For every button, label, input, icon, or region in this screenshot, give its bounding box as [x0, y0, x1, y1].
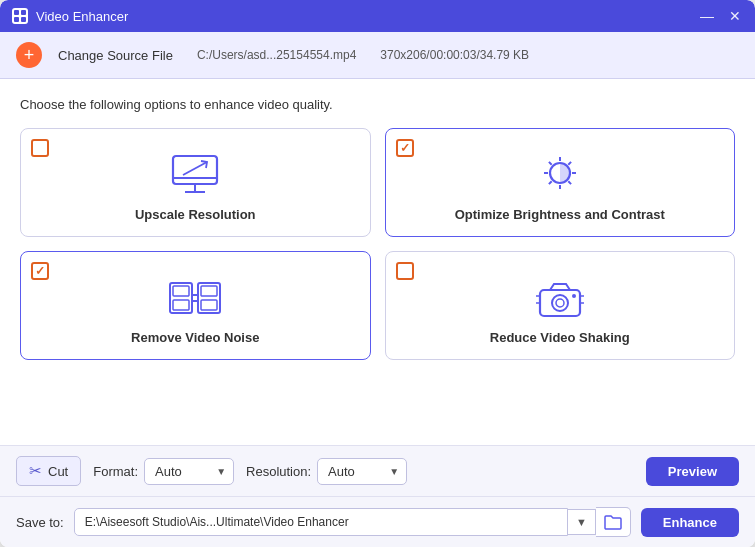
svg-line-15 — [549, 162, 552, 165]
bottom-bar: ✂ Cut Format: Auto ▼ Resolution: Auto ▼ … — [0, 445, 755, 496]
enhance-button[interactable]: Enhance — [641, 508, 739, 537]
title-bar-controls: — ✕ — [699, 8, 743, 24]
svg-rect-4 — [173, 156, 217, 184]
svg-rect-20 — [173, 286, 189, 296]
change-source-label: Change Source File — [58, 48, 173, 63]
svg-point-29 — [556, 299, 564, 307]
format-select-wrapper: Auto ▼ — [144, 458, 234, 485]
brightness-checkbox[interactable] — [396, 139, 414, 157]
brightness-icon — [532, 153, 588, 197]
shaking-checkbox[interactable] — [396, 262, 414, 280]
svg-rect-21 — [173, 300, 189, 310]
svg-rect-23 — [201, 286, 217, 296]
monitor-icon — [167, 153, 223, 197]
toolbar: + Change Source File C:/Users/asd...2515… — [0, 32, 755, 79]
save-path-dropdown-button[interactable]: ▼ — [568, 509, 596, 535]
resolution-select[interactable]: Auto — [317, 458, 407, 485]
svg-rect-1 — [21, 10, 26, 15]
resolution-label: Resolution: — [246, 464, 311, 479]
add-source-button[interactable]: + — [16, 42, 42, 68]
camera-icon — [532, 276, 588, 320]
option-noise[interactable]: Remove Video Noise — [20, 251, 371, 360]
scissors-icon: ✂ — [29, 462, 42, 480]
svg-line-16 — [568, 181, 571, 184]
cut-button[interactable]: ✂ Cut — [16, 456, 81, 486]
option-brightness[interactable]: Optimize Brightness and Contrast — [385, 128, 736, 237]
svg-rect-24 — [201, 300, 217, 310]
svg-line-17 — [568, 162, 571, 165]
save-bar: Save to: ▼ Enhance — [0, 496, 755, 547]
main-content: Choose the following options to enhance … — [0, 79, 755, 445]
brightness-label: Optimize Brightness and Contrast — [455, 207, 665, 222]
noise-label: Remove Video Noise — [131, 330, 259, 345]
resolution-select-wrapper: Auto ▼ — [317, 458, 407, 485]
noise-checkbox[interactable] — [31, 262, 49, 280]
svg-rect-2 — [14, 17, 19, 22]
minimize-button[interactable]: — — [699, 8, 715, 24]
upscale-label: Upscale Resolution — [135, 207, 256, 222]
folder-icon — [604, 514, 622, 530]
options-grid: Upscale Resolution — [20, 128, 735, 360]
svg-point-28 — [552, 295, 568, 311]
app-window: Video Enhancer — ✕ + Change Source File … — [0, 0, 755, 547]
title-bar-left: Video Enhancer — [12, 8, 128, 24]
format-group: Format: Auto ▼ — [93, 458, 234, 485]
shaking-label: Reduce Video Shaking — [490, 330, 630, 345]
upscale-checkbox[interactable] — [31, 139, 49, 157]
format-select[interactable]: Auto — [144, 458, 234, 485]
format-label: Format: — [93, 464, 138, 479]
file-meta: 370x206/00:00:03/34.79 KB — [380, 48, 529, 62]
cut-label: Cut — [48, 464, 68, 479]
svg-rect-3 — [21, 17, 26, 22]
resolution-group: Resolution: Auto ▼ — [246, 458, 407, 485]
save-path-input[interactable] — [74, 508, 568, 536]
dropdown-arrow-icon: ▼ — [576, 516, 587, 528]
folder-button[interactable] — [596, 507, 631, 537]
option-shaking[interactable]: Reduce Video Shaking — [385, 251, 736, 360]
svg-line-9 — [183, 162, 207, 175]
option-upscale[interactable]: Upscale Resolution — [20, 128, 371, 237]
save-path-wrapper: ▼ — [74, 507, 631, 537]
save-to-label: Save to: — [16, 515, 64, 530]
window-title: Video Enhancer — [36, 9, 128, 24]
title-bar: Video Enhancer — ✕ — [0, 0, 755, 32]
app-icon — [12, 8, 28, 24]
close-button[interactable]: ✕ — [727, 8, 743, 24]
instruction-text: Choose the following options to enhance … — [20, 97, 735, 112]
svg-point-30 — [572, 294, 576, 298]
svg-line-18 — [549, 181, 552, 184]
file-name: C:/Users/asd...25154554.mp4 — [197, 48, 356, 62]
film-icon — [167, 276, 223, 320]
preview-button[interactable]: Preview — [646, 457, 739, 486]
svg-rect-27 — [540, 290, 580, 316]
svg-rect-0 — [14, 10, 19, 15]
